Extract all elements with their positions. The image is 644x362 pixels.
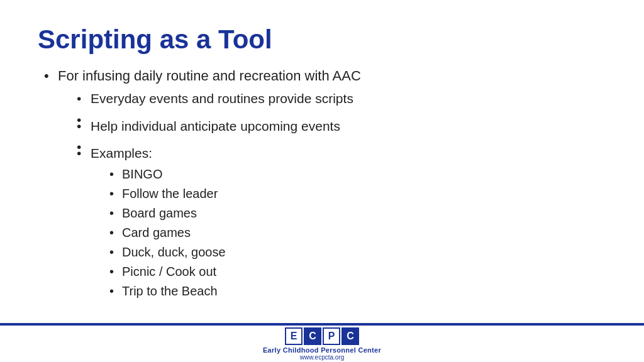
sub-list: Everyday events and routines provide scr… — [58, 89, 606, 300]
logo-letters: ECPC — [285, 327, 359, 345]
logo-letter-c: C — [341, 327, 359, 345]
example-item: BINGO — [109, 165, 606, 184]
bullet-1: For infusing daily routine and recreatio… — [44, 65, 606, 300]
sub-bullet-3: Examples: BINGOFollow the leaderBoard ga… — [77, 143, 606, 300]
example-item: Duck, duck, goose — [109, 243, 606, 261]
sub-bullet-2: Help individual anticipate upcoming even… — [77, 116, 606, 136]
example-item: Trip to the Beach — [109, 282, 606, 300]
sub-bullet-spacer — [77, 110, 606, 116]
example-item: Card games — [109, 223, 606, 242]
footer: ECPC Early Childhood Personnel Center ww… — [0, 323, 644, 362]
sub-bullet-1: Everyday events and routines provide scr… — [77, 89, 606, 109]
example-item: Follow the leader — [109, 184, 606, 203]
logo-letter-e: E — [285, 327, 303, 345]
org-name: Early Childhood Personnel Center — [263, 346, 381, 354]
sub-bullet-spacer2 — [77, 137, 606, 143]
example-item: Picnic / Cook out — [109, 262, 606, 281]
logo-letter-c: C — [304, 327, 321, 345]
example-item: Board games — [109, 204, 606, 222]
logo-letter-p: P — [323, 327, 340, 345]
footer-logo: ECPC Early Childhood Personnel Center ww… — [263, 327, 381, 361]
main-list: For infusing daily routine and recreatio… — [38, 65, 606, 300]
slide-title: Scripting as a Tool — [38, 25, 606, 54]
org-url: www.ecpcta.org — [300, 354, 345, 361]
slide-content: For infusing daily routine and recreatio… — [38, 65, 606, 300]
examples-list: BINGOFollow the leaderBoard gamesCard ga… — [91, 165, 606, 300]
slide: Scripting as a Tool For infusing daily r… — [0, 0, 644, 362]
